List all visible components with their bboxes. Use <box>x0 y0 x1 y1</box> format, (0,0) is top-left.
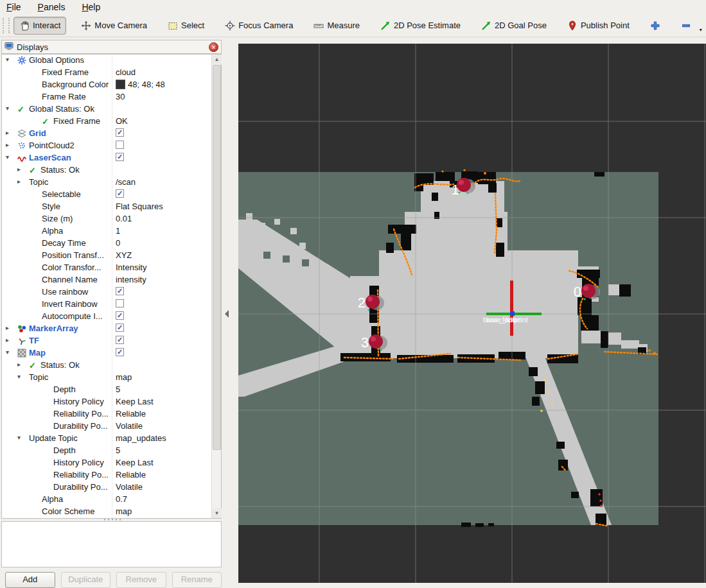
scrollbar-thumb[interactable] <box>213 65 221 450</box>
expander-closed-icon[interactable]: ▸ <box>6 141 9 148</box>
property-value <box>116 299 124 307</box>
expander-open-icon[interactable]: ▾ <box>6 105 9 112</box>
property-name: Channel Name <box>42 275 98 284</box>
panel-splitter-handle[interactable] <box>103 519 122 521</box>
marker-label: 1 <box>452 182 459 198</box>
checkbox-checked[interactable]: ✓ <box>116 324 124 332</box>
value-text[interactable]: 0.7 <box>116 494 127 504</box>
panel-collapse-arrow-icon[interactable] <box>225 310 229 318</box>
tf-frame-labels: base_footprint base_link odom <box>483 316 528 324</box>
expander-closed-icon[interactable]: ▸ <box>6 324 9 331</box>
property-name: Alpha <box>42 494 63 504</box>
displays-panel-header[interactable]: Displays ✕ <box>1 40 222 54</box>
value-text[interactable]: 30 <box>116 92 125 101</box>
value-text[interactable]: XYZ <box>116 250 132 260</box>
expander-open-icon[interactable]: ▾ <box>6 349 9 356</box>
check-icon: ✓ <box>29 361 38 370</box>
value-text[interactable]: 48; 48; 48 <box>128 80 165 89</box>
value-text[interactable]: Intensity <box>116 263 146 272</box>
tool-interact[interactable]: Interact <box>13 17 66 35</box>
description-box <box>1 521 222 567</box>
tool-plus[interactable] <box>644 17 666 35</box>
checkbox-checked[interactable]: ✓ <box>116 348 124 356</box>
checkbox-checked[interactable]: ✓ <box>116 128 124 137</box>
expander-closed-icon[interactable]: ▸ <box>17 178 21 185</box>
tool-label: 2D Pose Estimate <box>394 21 461 30</box>
expander-open-icon[interactable]: ▾ <box>17 373 21 380</box>
plus-icon <box>650 21 660 31</box>
value-text[interactable]: 1 <box>116 226 120 236</box>
tool-publish-point[interactable]: Publish Point <box>561 17 635 35</box>
panel-button-row: AddDuplicateRemoveRename <box>1 572 222 587</box>
value-text[interactable]: Volatile <box>116 482 143 492</box>
checkbox-checked[interactable]: ✓ <box>116 311 124 320</box>
value-text[interactable]: map <box>116 372 132 382</box>
property-value: Keep Last <box>116 397 154 406</box>
value-text[interactable]: Flat Squares <box>116 202 163 211</box>
property-value: XYZ <box>116 250 132 260</box>
menu-item-panels[interactable]: Panels <box>38 2 66 12</box>
expander-closed-icon[interactable]: ▸ <box>6 129 9 136</box>
scroll-down-icon[interactable]: ▼ <box>212 508 222 518</box>
tool-2d-pose-estimate[interactable]: 2D Pose Estimate <box>375 17 466 35</box>
expander-open-icon[interactable]: ▾ <box>6 56 9 63</box>
property-value: 0.7 <box>116 494 127 504</box>
property-name: Style <box>42 202 60 211</box>
value-text[interactable]: 0 <box>116 238 120 248</box>
value-text[interactable]: Volatile <box>116 421 143 431</box>
expander-closed-icon[interactable]: ▸ <box>17 361 21 368</box>
expander-closed-icon[interactable]: ▸ <box>6 336 9 343</box>
scroll-up-icon[interactable]: ▲ <box>212 55 222 64</box>
property-value: Flat Squares <box>116 202 163 211</box>
property-name: Use rainbow <box>42 287 88 297</box>
render-viewport[interactable]: 1 2 3 0 base_footprint <box>238 39 706 588</box>
expander-open-icon[interactable]: ▾ <box>6 153 9 160</box>
checkbox-unchecked[interactable] <box>116 299 124 307</box>
toolbar-drag-handle[interactable] <box>3 18 10 33</box>
value-text[interactable]: intensity <box>116 275 146 284</box>
tool-focus-camera[interactable]: Focus Camera <box>219 17 299 35</box>
expander-closed-icon[interactable]: ▸ <box>17 166 21 173</box>
property-value: ✓ <box>116 348 124 356</box>
value-text[interactable]: 0.01 <box>116 214 132 223</box>
expander-open-icon[interactable]: ▾ <box>17 434 21 441</box>
checkbox-checked[interactable]: ✓ <box>116 336 124 344</box>
property-name: Reliability Po... <box>53 409 109 419</box>
menu-bar: FilePanelsHelp <box>0 0 706 14</box>
checkbox-checked[interactable]: ✓ <box>116 287 124 295</box>
tree-scrollbar[interactable]: ▲ ▼ <box>211 55 221 518</box>
checkbox-checked[interactable]: ✓ <box>116 189 124 198</box>
color-swatch[interactable] <box>116 80 125 89</box>
property-value: map_updates <box>116 433 166 443</box>
checkbox-checked[interactable]: ✓ <box>116 153 124 161</box>
tool-minus[interactable] <box>675 17 697 35</box>
value-text[interactable]: OK <box>116 116 128 126</box>
chevron-down-icon[interactable]: ▾ <box>700 27 702 33</box>
menu-item-file[interactable]: File <box>6 2 21 12</box>
value-text[interactable]: Keep Last <box>116 458 154 467</box>
menu-item-help[interactable]: Help <box>82 2 100 12</box>
value-text[interactable]: Reliable <box>116 409 146 419</box>
value-text[interactable]: map_updates <box>116 433 166 443</box>
value-text[interactable]: 5 <box>116 385 120 394</box>
close-icon[interactable]: ✕ <box>209 42 218 52</box>
value-text[interactable]: Reliable <box>116 470 146 480</box>
property-name: Fixed Frame <box>53 116 100 126</box>
property-value: map <box>116 506 132 516</box>
marker-icon <box>17 324 26 333</box>
pose-estimate-icon <box>380 21 391 31</box>
tool-2d-goal-pose[interactable]: 2D Goal Pose <box>475 17 552 35</box>
checkbox-unchecked[interactable] <box>116 141 124 149</box>
check-icon: ✓ <box>17 105 26 114</box>
value-text[interactable]: cloud <box>116 67 136 77</box>
tool-select[interactable]: Select <box>162 17 210 35</box>
tool-measure[interactable]: Measure <box>308 17 366 35</box>
property-value: Keep Last <box>116 458 154 467</box>
add-button[interactable]: Add <box>5 572 55 588</box>
value-text[interactable]: 5 <box>116 445 120 455</box>
value-text[interactable]: /scan <box>116 177 136 187</box>
tool-move-camera[interactable]: Move Camera <box>75 17 153 35</box>
value-text[interactable]: map <box>116 506 132 516</box>
tool-label: Measure <box>327 21 360 30</box>
value-text[interactable]: Keep Last <box>116 397 154 406</box>
